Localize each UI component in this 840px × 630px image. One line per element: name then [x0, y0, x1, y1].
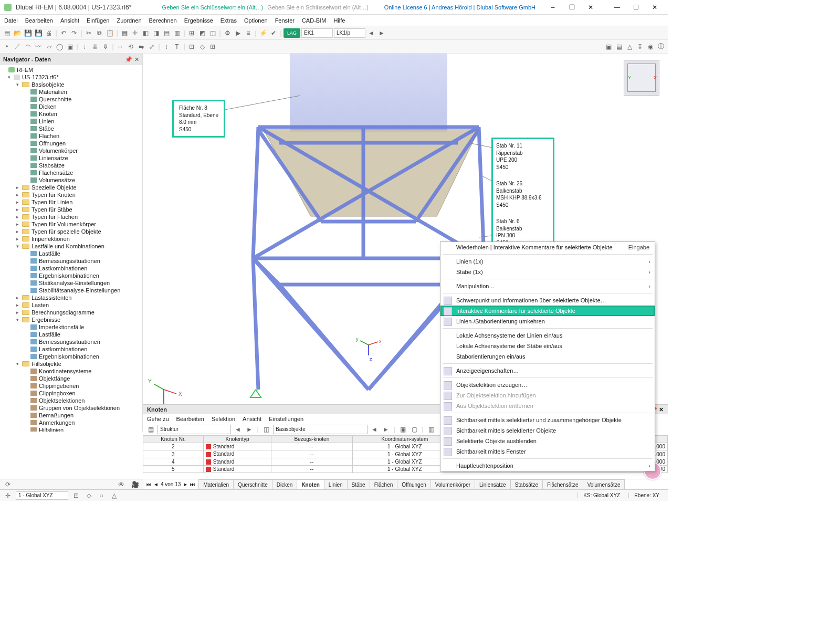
- tree-folder[interactable]: ▸Typen für Linien: [0, 198, 142, 206]
- tb-view1-icon[interactable]: ◧: [141, 28, 150, 38]
- tree-item[interactable]: Lastfälle: [0, 250, 142, 257]
- tree-item[interactable]: Clippingboxen: [0, 390, 142, 397]
- menu-extras[interactable]: Extras: [220, 17, 237, 24]
- tab-knoten[interactable]: Knoten: [297, 479, 324, 489]
- close-inner-icon[interactable]: ✕: [582, 2, 600, 13]
- tab-linien[interactable]: Linien: [324, 479, 348, 489]
- tbl-next-icon[interactable]: ►: [245, 425, 254, 434]
- tm-bearbeiten[interactable]: Bearbeiten: [176, 416, 204, 422]
- edit-scale-icon[interactable]: ⤢: [147, 42, 156, 51]
- draw-vol-icon[interactable]: ▣: [65, 42, 75, 51]
- tree-item[interactable]: Clippingebenen: [0, 382, 142, 390]
- tab-stäbe[interactable]: Stäbe: [347, 479, 370, 489]
- status-cross-icon[interactable]: ✛: [3, 491, 13, 500]
- ctx-redo[interactable]: Wiederholen | Interaktive Kommentare für…: [440, 242, 655, 253]
- ek1-combo[interactable]: EK1: [301, 28, 333, 38]
- tree-item[interactable]: Stabsätze: [0, 162, 142, 169]
- tbl-cols-icon[interactable]: ▥: [426, 425, 436, 434]
- ctx-main-light[interactable]: Hauptleuchtenposition: [440, 460, 655, 471]
- tree-ergebnisse[interactable]: Ergebnisse: [32, 317, 60, 323]
- keyword-hint-text[interactable]: Geben Sie ein Schlüsselwort ein (Alt…): [267, 4, 369, 10]
- tree-item[interactable]: Objektfänge: [0, 375, 142, 382]
- tb-view2-icon[interactable]: ◨: [151, 28, 161, 38]
- tree-item[interactable]: Querschnitte: [0, 96, 142, 103]
- tree-item[interactable]: Imperfektionsfälle: [0, 323, 142, 331]
- load3-icon[interactable]: ⤋: [101, 42, 110, 51]
- show-supports-icon[interactable]: △: [625, 42, 634, 51]
- draw-arc-icon[interactable]: ◠: [23, 42, 33, 51]
- pager-last-icon[interactable]: ⏭: [190, 481, 195, 487]
- tb-paste-icon[interactable]: 📋: [105, 28, 114, 38]
- text-icon[interactable]: T: [172, 42, 182, 51]
- tree-folder[interactable]: ▸Lastassistenten: [0, 294, 142, 301]
- tree-folder[interactable]: ▸Typen für Knoten: [0, 191, 142, 198]
- menu-ergebnisse[interactable]: Ergebnisse: [184, 17, 213, 24]
- draw-stab-icon[interactable]: 〰: [34, 42, 43, 51]
- pager-first-icon[interactable]: ⏮: [146, 481, 151, 487]
- tree-item[interactable]: Liniensätze: [0, 154, 142, 162]
- draw-line-icon[interactable]: ／: [13, 42, 22, 51]
- status-snap4-icon[interactable]: △: [109, 491, 119, 500]
- lag-chip[interactable]: LAG: [284, 28, 300, 38]
- tree-item[interactable]: Öffnungen: [0, 140, 142, 147]
- ctx-axis-lines[interactable]: Lokale Achsensysteme der Linien ein/aus: [440, 330, 655, 341]
- col-header[interactable]: Bezugs-knoten: [271, 436, 352, 443]
- tree-item[interactable]: Lastkombinationen: [0, 345, 142, 353]
- tb-persp-icon[interactable]: ◩: [197, 28, 207, 38]
- tree-item[interactable]: Knoten: [0, 110, 142, 118]
- view-cube[interactable]: -X -Y: [624, 60, 659, 96]
- tb-new-icon[interactable]: ▤: [2, 28, 12, 38]
- status-cs[interactable]: 1 - Global XYZ: [16, 491, 68, 500]
- tm-selektion[interactable]: Selektion: [212, 416, 235, 422]
- tree-folder[interactable]: ▸Lasten: [0, 301, 142, 309]
- lk1-combo[interactable]: LK1/p: [334, 28, 365, 38]
- nav-pin-icon[interactable]: 📌: [125, 56, 132, 63]
- tree-folder[interactable]: ▸Typen für Stäbe: [0, 206, 142, 213]
- combo-struktur[interactable]: Struktur: [158, 425, 231, 434]
- menu-hilfe[interactable]: Hilfe: [333, 17, 345, 24]
- tb-run-icon[interactable]: ▶: [233, 28, 243, 38]
- tb-redo-icon[interactable]: ↷: [69, 28, 79, 38]
- snap-end-icon[interactable]: ⊡: [187, 42, 196, 51]
- tab-dicken[interactable]: Dicken: [272, 479, 298, 489]
- tree-item[interactable]: Objektselektionen: [0, 397, 142, 404]
- col-header[interactable]: Knoten Nr.: [143, 436, 204, 443]
- nav-close-icon[interactable]: ✕: [134, 56, 139, 63]
- tm-einstellungen[interactable]: Einstellungen: [269, 416, 303, 422]
- tree-lastfaelle[interactable]: Lastfälle und Kombinationen: [32, 243, 104, 249]
- tab-flächen[interactable]: Flächen: [370, 479, 398, 489]
- tbl-next2-icon[interactable]: ►: [381, 425, 391, 434]
- tree-item[interactable]: Anmerkungen: [0, 419, 142, 426]
- ctx-schwerpunkt[interactable]: Schwerpunkt und Informationen über selek…: [440, 295, 655, 306]
- tbl-sel2-icon[interactable]: ▢: [410, 425, 419, 434]
- tm-gehezu[interactable]: Gehe zu: [147, 416, 169, 422]
- close-icon[interactable]: ✕: [646, 2, 664, 13]
- show-lines-icon[interactable]: ▤: [614, 42, 624, 51]
- tab-querschnitte[interactable]: Querschnitte: [233, 479, 272, 489]
- tab-stabsätze[interactable]: Stabsätze: [510, 479, 543, 489]
- tree-item[interactable]: Statikanalyse-Einstellungen: [0, 279, 142, 287]
- nav-refresh-icon[interactable]: ⟳: [3, 480, 13, 489]
- dim-icon[interactable]: ↕: [162, 42, 171, 51]
- draw-open-icon[interactable]: ◯: [55, 42, 64, 51]
- snap-mid-icon[interactable]: ◇: [197, 42, 207, 51]
- tree-item[interactable]: Ergebniskombinationen: [0, 353, 142, 360]
- ctx-manipulation[interactable]: Manipulation…: [440, 281, 655, 291]
- menu-einfuegen[interactable]: Einfügen: [87, 17, 109, 24]
- tree-item[interactable]: Bemaßungen: [0, 412, 142, 419]
- tree-item[interactable]: Hilfslinien: [0, 426, 142, 432]
- menu-optionen[interactable]: Optionen: [244, 17, 268, 24]
- tb-calc-icon[interactable]: ⚙: [223, 28, 232, 38]
- maximize-icon[interactable]: ☐: [627, 2, 645, 13]
- draw-surf-icon[interactable]: ▱: [44, 42, 54, 51]
- tb-check-icon[interactable]: ✔: [269, 28, 278, 38]
- tb-ortho-icon[interactable]: ⊞: [187, 28, 196, 38]
- tree-item[interactable]: Bemessungssituationen: [0, 257, 142, 265]
- tb-save-icon[interactable]: 💾: [23, 28, 33, 38]
- ctx-linien[interactable]: Linien (1x): [440, 256, 655, 267]
- show-loads-icon[interactable]: ↧: [635, 42, 645, 51]
- tree-item[interactable]: Volumenkörper: [0, 147, 142, 154]
- tab-öffnungen[interactable]: Öffnungen: [397, 479, 431, 489]
- load-icon[interactable]: ↓: [80, 42, 89, 51]
- tab-volumenkörper[interactable]: Volumenkörper: [430, 479, 475, 489]
